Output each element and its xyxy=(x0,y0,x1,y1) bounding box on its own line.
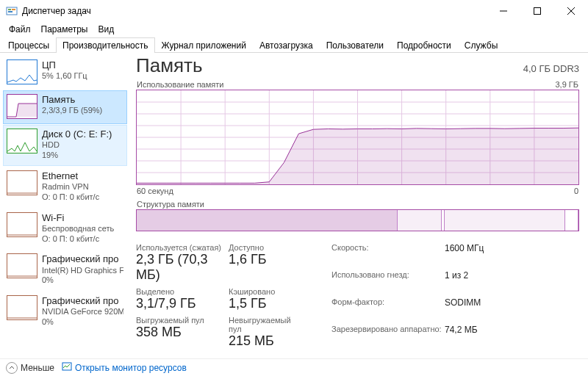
resmon-label: Открыть монитор ресурсов xyxy=(75,363,187,373)
sidebar-item-title: Память xyxy=(42,94,102,106)
paged-label: Выгружаемый пул xyxy=(136,316,224,325)
form-label: Форм-фактор: xyxy=(331,297,442,322)
tab-details[interactable]: Подробности xyxy=(390,37,458,53)
close-button[interactable] xyxy=(554,0,588,22)
sidebar-item-4[interactable]: Wi-FiБеспроводная сетьО: 0 П: 0 кбит/с xyxy=(3,209,127,250)
sidebar: ЦП5% 1,60 ГГцПамять2,3/3,9 ГБ (59%)Диск … xyxy=(0,53,129,358)
tab-processes[interactable]: Процессы xyxy=(1,37,56,53)
sidebar-item-3[interactable]: EthernetRadmin VPNО: 0 П: 0 кбит/с xyxy=(3,167,127,208)
sidebar-item-title: Графический про xyxy=(42,295,123,307)
fewer-details-button[interactable]: Меньше xyxy=(6,362,54,374)
tab-services[interactable]: Службы xyxy=(458,37,504,53)
sidebar-item-text: Графический проNVIDIA GeForce 920M0% xyxy=(42,295,123,328)
svg-rect-3 xyxy=(8,11,12,12)
main-pane: Память 4,0 ГБ DDR3 Использование памяти … xyxy=(129,53,588,358)
used-label: Используется (сжатая) xyxy=(136,243,224,252)
sidebar-item-sub1: Radmin VPN xyxy=(42,182,99,192)
svg-rect-5 xyxy=(534,8,541,15)
sidebar-item-6[interactable]: Графический проNVIDIA GeForce 920M0% xyxy=(3,292,127,333)
sidebar-item-text: Wi-FiБеспроводная сетьО: 0 П: 0 кбит/с xyxy=(42,212,114,245)
sidebar-item-text: Память2,3/3,9 ГБ (59%) xyxy=(42,94,102,116)
struct-segment xyxy=(565,210,578,231)
tab-startup[interactable]: Автозагрузка xyxy=(253,37,320,53)
cached-label: Кэшировано xyxy=(229,287,296,296)
window-title: Диспетчер задач xyxy=(22,6,487,16)
sidebar-item-1[interactable]: Память2,3/3,9 ГБ (59%) xyxy=(3,90,127,124)
svg-marker-8 xyxy=(7,104,37,117)
footer: Меньше Открыть монитор ресурсов xyxy=(0,358,588,376)
svg-rect-1 xyxy=(8,9,11,10)
sidebar-item-title: Графический про xyxy=(42,253,123,265)
slots-val: 1 из 2 xyxy=(445,270,511,294)
nonpaged-label: Невыгружаемый пул xyxy=(229,316,296,333)
memory-usage-chart[interactable] xyxy=(136,90,579,185)
hw-label: Зарезервировано аппаратно: xyxy=(331,325,442,349)
menu-view[interactable]: Вид xyxy=(93,23,118,36)
sidebar-item-title: Wi-Fi xyxy=(42,212,114,224)
sidebar-item-5[interactable]: Графический проIntel(R) HD Graphics Fami… xyxy=(3,250,127,291)
used-val: 2,3 ГБ (70,3 МБ) xyxy=(136,252,224,283)
slots-label: Использовано гнезд: xyxy=(331,270,442,294)
sidebar-item-title: Диск 0 (C: E: F:) xyxy=(42,129,112,140)
menu-bar: Файл Параметры Вид xyxy=(0,22,588,37)
window-controls xyxy=(487,0,588,22)
chart-label-bottomright: 0 xyxy=(574,187,578,195)
paged-val: 358 МБ xyxy=(136,325,224,340)
stats-left: Используется (сжатая) 2,3 ГБ (70,3 МБ) Д… xyxy=(136,243,296,349)
struct-segment xyxy=(137,210,398,231)
menu-options[interactable]: Параметры xyxy=(37,23,93,36)
tab-app-history[interactable]: Журнал приложений xyxy=(155,37,253,53)
stats-right: Скорость: 1600 МГц Использовано гнезд: 1… xyxy=(331,243,511,349)
speed-label: Скорость: xyxy=(331,243,442,267)
hw-val: 74,2 МБ xyxy=(445,325,511,349)
sidebar-thumb-icon xyxy=(7,170,37,195)
sidebar-thumb-icon xyxy=(7,212,37,237)
speed-val: 1600 МГц xyxy=(445,243,511,267)
cached-val: 1,5 ГБ xyxy=(229,296,296,311)
chart-label-bottomleft: 60 секунд xyxy=(137,187,173,195)
sidebar-item-text: Графический проIntel(R) HD Graphics Fami… xyxy=(42,253,123,286)
sidebar-item-title: ЦП xyxy=(42,59,87,71)
app-icon xyxy=(6,5,18,17)
tab-bar: Процессы Производительность Журнал прило… xyxy=(0,37,588,53)
menu-file[interactable]: Файл xyxy=(4,23,35,36)
chart-label-topright: 3,9 ГБ xyxy=(555,80,578,89)
form-val: SODIMM xyxy=(445,297,511,322)
open-resource-monitor-link[interactable]: Открыть монитор ресурсов xyxy=(62,361,187,374)
sidebar-item-sub1: NVIDIA GeForce 920M xyxy=(42,307,123,317)
sidebar-item-text: Диск 0 (C: E: F:)HDD19% xyxy=(42,129,112,161)
struct-segment xyxy=(398,210,442,231)
maximize-button[interactable] xyxy=(520,0,554,22)
sidebar-item-sub1: 5% 1,60 ГГц xyxy=(42,71,87,82)
stats: Используется (сжатая) 2,3 ГБ (70,3 МБ) Д… xyxy=(136,243,579,349)
sidebar-thumb-icon xyxy=(7,253,37,278)
svg-rect-26 xyxy=(62,363,71,370)
tab-performance[interactable]: Производительность xyxy=(56,37,154,53)
minimize-button[interactable] xyxy=(487,0,520,22)
struct-label: Структура памяти xyxy=(137,200,578,209)
chart-label-topleft: Использование памяти xyxy=(137,80,223,89)
sidebar-thumb-icon xyxy=(7,59,37,84)
fewer-label: Меньше xyxy=(21,363,54,373)
sidebar-item-sub2: 0% xyxy=(42,275,123,286)
svg-marker-25 xyxy=(137,128,578,184)
chart-bottom-row: 60 секунд 0 xyxy=(137,187,578,195)
avail-val: 1,6 ГБ xyxy=(229,252,296,267)
sidebar-item-sub2: О: 0 П: 0 кбит/с xyxy=(42,234,114,245)
tab-users[interactable]: Пользователи xyxy=(320,37,390,53)
sidebar-item-text: ЦП5% 1,60 ГГц xyxy=(42,59,87,82)
commit-val: 3,1/7,9 ГБ xyxy=(136,296,224,311)
avail-label: Доступно xyxy=(229,243,296,252)
sidebar-item-sub1: Беспроводная сеть xyxy=(42,224,114,234)
memory-composition-bar[interactable] xyxy=(136,209,579,231)
resource-monitor-icon xyxy=(62,361,72,374)
title-bar: Диспетчер задач xyxy=(0,0,588,22)
sidebar-thumb-icon xyxy=(7,94,37,119)
header-right: 4,0 ГБ DDR3 xyxy=(523,63,579,74)
sidebar-item-2[interactable]: Диск 0 (C: E: F:)HDD19% xyxy=(3,125,127,166)
sidebar-item-sub1: HDD xyxy=(42,140,112,151)
sidebar-item-text: EthernetRadmin VPNО: 0 П: 0 кбит/с xyxy=(42,170,99,203)
sidebar-item-0[interactable]: ЦП5% 1,60 ГГц xyxy=(3,56,127,90)
sidebar-item-sub2: О: 0 П: 0 кбит/с xyxy=(42,192,99,203)
sidebar-thumb-icon xyxy=(7,295,37,320)
